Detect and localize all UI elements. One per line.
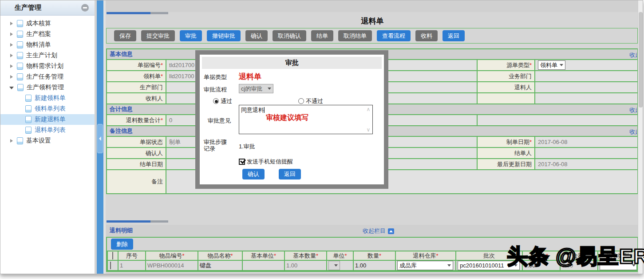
item-code-cell: WPBH000014 bbox=[146, 260, 198, 271]
warehouse-select[interactable]: 成品库 bbox=[397, 261, 453, 270]
collapse-section-link[interactable]: 收起栏目 bbox=[629, 106, 637, 114]
collapse-section-link[interactable]: 收起栏目 bbox=[629, 128, 637, 136]
approve-button[interactable]: 审批 bbox=[180, 30, 202, 41]
sidebar-item-label: 生产档案 bbox=[26, 30, 51, 38]
collapse-up-icon bbox=[388, 228, 394, 234]
opinion-hint-annotation: 审核建议填写 bbox=[266, 113, 308, 123]
toolbar: 保存 提交审批 审批 撤销审批 确认 取消确认 结单 取消结单 查看流程 收料 … bbox=[106, 28, 638, 44]
sidebar-item-label: 成本核算 bbox=[26, 20, 51, 28]
row-checkbox[interactable] bbox=[110, 262, 111, 269]
dialog-back-button[interactable]: 返回 bbox=[279, 169, 301, 179]
cancel-close-button[interactable]: 取消结单 bbox=[338, 30, 372, 41]
sidebar-item-new-picking[interactable]: 新建领料单 bbox=[0, 93, 95, 104]
document-icon bbox=[17, 137, 23, 144]
splitter-collapse-handle[interactable] bbox=[97, 124, 103, 153]
qty-cell[interactable]: 1.00 bbox=[353, 260, 395, 271]
collapse-columns-link[interactable]: 收起栏目 bbox=[363, 227, 394, 235]
flow-select[interactable]: cj的审批 bbox=[239, 84, 273, 93]
radio-checked-icon[interactable] bbox=[213, 98, 219, 104]
unit-cell bbox=[327, 260, 353, 271]
text-cursor bbox=[264, 107, 265, 113]
field-label: 收料人 bbox=[107, 93, 166, 104]
biz-dept-field[interactable] bbox=[535, 71, 638, 82]
scroll-up-icon[interactable]: ∧ bbox=[367, 106, 371, 112]
sidebar-item-new-return[interactable]: 新建退料单 bbox=[0, 114, 95, 125]
sidebar-item-return-list[interactable]: 退料单列表 bbox=[0, 125, 95, 136]
textarea-scrollbar[interactable]: ∧∨ bbox=[365, 106, 371, 133]
checkbox-checked-icon[interactable] bbox=[239, 159, 245, 165]
fail-radio-option[interactable]: 不通过 bbox=[298, 97, 323, 105]
opinion-textarea[interactable]: 同意退料 审核建议填写 ∧∨ bbox=[239, 105, 373, 134]
sidebar-item-picking-mgmt[interactable]: 生产领料管理 bbox=[0, 82, 95, 93]
view-flow-button[interactable]: 查看流程 bbox=[377, 30, 411, 41]
progress-track bbox=[150, 220, 168, 223]
radio-unchecked-icon[interactable] bbox=[298, 98, 304, 104]
steps-label-line2: 记录 bbox=[204, 145, 215, 153]
document-icon bbox=[17, 52, 23, 59]
chevron-right-icon bbox=[10, 75, 13, 79]
field-label: 退料数量合计* bbox=[107, 115, 166, 126]
approval-dialog: 审批 单据类型 退料单 审批流程 cj的审批 通过 不通过 审批意见 同意退料 … bbox=[195, 50, 388, 189]
closer-field bbox=[535, 147, 638, 159]
pass-radio-option[interactable]: 通过 bbox=[213, 97, 232, 105]
opinion-text: 同意退料 bbox=[241, 107, 264, 113]
sidebar-title: 生产管理 bbox=[15, 4, 81, 12]
field-label: 领料单* bbox=[107, 71, 166, 82]
sidebar-item-master-plan[interactable]: 主生产计划 bbox=[0, 50, 95, 61]
base-qty-cell: 1.00 bbox=[284, 260, 327, 271]
section-title: 基本信息 bbox=[110, 51, 133, 57]
document-icon bbox=[25, 127, 32, 134]
scroll-down-icon[interactable]: ∨ bbox=[367, 127, 371, 133]
scrollbar-thumb[interactable] bbox=[639, 12, 643, 108]
col-header: 退料仓库* bbox=[395, 251, 456, 260]
close-order-button[interactable]: 结单 bbox=[311, 30, 333, 41]
section-title: 退料明细 bbox=[110, 227, 133, 235]
collapse-minus-icon[interactable] bbox=[81, 4, 89, 12]
chevron-right-icon bbox=[10, 22, 13, 25]
vertical-scrollbar[interactable] bbox=[638, 0, 643, 274]
sidebar-item-task-mgmt[interactable]: 生产任务管理 bbox=[0, 72, 95, 82]
empty-field bbox=[477, 115, 638, 126]
col-header: 物品名称* bbox=[198, 251, 242, 260]
delete-row-button[interactable]: 删除 bbox=[111, 239, 133, 250]
unit-select[interactable] bbox=[328, 261, 340, 270]
receive-button[interactable]: 收料 bbox=[415, 30, 438, 41]
sms-checkbox-option[interactable]: 发送手机短信提醒 bbox=[239, 158, 293, 166]
make-date-field[interactable]: 2017-06-08 bbox=[535, 136, 638, 147]
document-icon bbox=[17, 31, 23, 38]
watermark-text: 头条 @易呈ERP bbox=[507, 243, 644, 271]
section-title: 备注信息 bbox=[110, 128, 133, 134]
splitter-bar[interactable] bbox=[97, 0, 103, 274]
return-button[interactable]: 返回 bbox=[443, 30, 465, 41]
sidebar-item-label: 主生产计划 bbox=[26, 52, 57, 60]
cancel-confirm-button[interactable]: 取消确认 bbox=[273, 30, 306, 41]
sidebar-item-bom[interactable]: 物料清单 bbox=[0, 40, 95, 50]
save-button[interactable]: 保存 bbox=[114, 30, 136, 41]
confirm-button[interactable]: 确认 bbox=[245, 30, 268, 41]
section-header-detail: 退料明细 收起栏目 bbox=[106, 225, 638, 236]
sidebar-item-picking-list[interactable]: 领料单列表 bbox=[0, 104, 95, 114]
revoke-approval-button[interactable]: 撤销审批 bbox=[207, 30, 241, 41]
field-label: 结单人 bbox=[477, 147, 535, 159]
row-select-cell bbox=[107, 260, 118, 271]
field-label: 单据编号* bbox=[107, 60, 166, 71]
sidebar-item-cost-accounting[interactable]: 成本核算 bbox=[0, 18, 95, 29]
document-icon bbox=[25, 95, 32, 102]
select-all-checkbox[interactable] bbox=[112, 252, 113, 259]
sidebar-item-basic-settings[interactable]: 基本设置 bbox=[0, 136, 95, 146]
dialog-confirm-button[interactable]: 确认 bbox=[242, 169, 265, 179]
select-all-cell bbox=[107, 251, 118, 260]
submit-approval-button[interactable]: 提交审批 bbox=[141, 30, 175, 41]
chevron-right-icon bbox=[10, 43, 13, 47]
sidebar: 生产管理 成本核算 生产档案 物料清单 主生产计划 物料需求计划 生产任务管理 … bbox=[0, 0, 95, 274]
sidebar-item-label: 新建退料单 bbox=[35, 116, 66, 124]
sidebar-item-mrp[interactable]: 物料需求计划 bbox=[0, 61, 95, 72]
col-header: 基本数量* bbox=[284, 251, 327, 260]
chevron-right-icon bbox=[10, 32, 13, 36]
sidebar-item-production-archive[interactable]: 生产档案 bbox=[0, 29, 95, 40]
field-label: 退料人 bbox=[477, 82, 535, 93]
source-type-select[interactable]: 领料单 bbox=[538, 60, 565, 70]
chevron-down-icon bbox=[560, 64, 563, 66]
returner-field[interactable] bbox=[535, 82, 638, 93]
collapse-section-link[interactable]: 收起栏目 bbox=[629, 51, 637, 59]
